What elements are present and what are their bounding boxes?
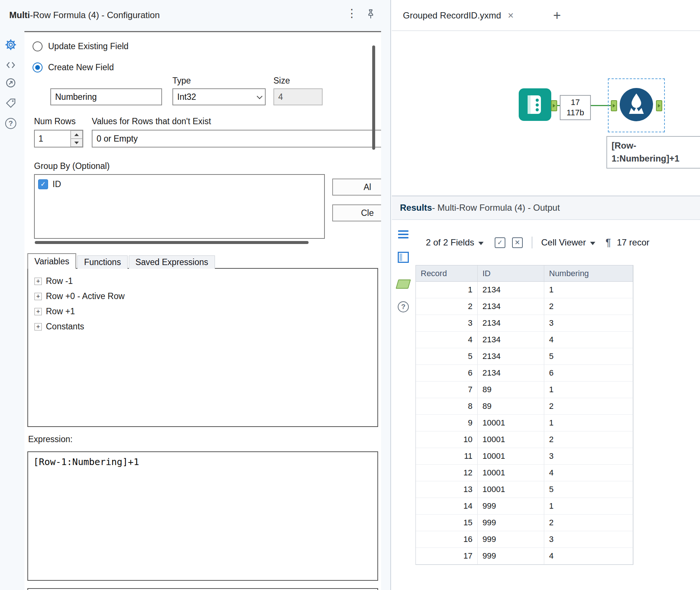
table-cell[interactable]: 2 — [544, 398, 633, 415]
table-row[interactable]: 321343 — [416, 315, 633, 332]
table-cell[interactable]: 2134 — [478, 315, 544, 332]
table-row[interactable]: 8892 — [416, 398, 633, 415]
table-cell[interactable]: 2 — [416, 298, 478, 315]
table-cell[interactable]: 2134 — [478, 298, 544, 315]
table-cell[interactable]: 2134 — [478, 348, 544, 365]
clear-data-manipulations-icon[interactable]: ✕ — [512, 237, 523, 248]
table-cell[interactable]: 2134 — [478, 365, 544, 382]
table-row[interactable]: 12100014 — [416, 465, 633, 481]
table-row[interactable]: 169993 — [416, 531, 633, 548]
column-header-id[interactable]: ID — [478, 265, 544, 282]
table-cell[interactable]: 999 — [478, 515, 544, 531]
tab-functions[interactable]: Functions — [77, 255, 128, 269]
expand-plus-icon[interactable]: + — [34, 293, 42, 300]
output-anchor-selector-icon[interactable] — [396, 277, 410, 291]
table-row[interactable]: 10100012 — [416, 431, 633, 448]
table-cell[interactable]: 2134 — [478, 282, 544, 298]
table-cell[interactable]: 10001 — [478, 448, 544, 465]
radio-circle[interactable] — [33, 41, 43, 51]
apply-data-manipulations-icon[interactable]: ✓ — [495, 237, 505, 248]
table-cell[interactable]: 4 — [544, 332, 633, 348]
stepper-up-button[interactable] — [71, 130, 83, 139]
table-cell[interactable]: 1 — [544, 282, 633, 298]
table-cell[interactable]: 10001 — [478, 431, 544, 448]
table-cell[interactable]: 999 — [478, 531, 544, 548]
tree-item[interactable]: +Row -1 — [34, 274, 377, 289]
table-cell[interactable]: 2 — [544, 431, 633, 448]
table-row[interactable]: 221342 — [416, 298, 633, 315]
table-cell[interactable]: 5 — [544, 348, 633, 365]
fields-dropdown[interactable]: 2 of 2 Fields — [426, 237, 484, 248]
table-cell[interactable]: 5 — [416, 348, 478, 365]
table-cell[interactable]: 2 — [544, 298, 633, 315]
table-cell[interactable]: 10001 — [478, 465, 544, 481]
table-cell[interactable]: 10001 — [478, 415, 544, 431]
num-rows-value[interactable]: 1 — [35, 130, 70, 147]
type-dropdown[interactable]: Int32 — [172, 88, 266, 105]
cell-viewer-dropdown[interactable]: Cell Viewer — [541, 237, 595, 248]
table-row[interactable]: 179994 — [416, 548, 633, 564]
tree-item[interactable]: +Constants — [34, 319, 377, 334]
table-row[interactable]: 9100011 — [416, 415, 633, 431]
num-rows-stepper[interactable]: 1 — [34, 130, 83, 148]
settings-gear-icon[interactable] — [4, 38, 18, 52]
workflow-tab[interactable]: Grouped RecordID.yxmd × — [396, 0, 520, 31]
table-cell[interactable]: 3 — [416, 315, 478, 332]
table-cell[interactable]: 999 — [478, 548, 544, 564]
vertical-scrollbar-thumb[interactable] — [372, 45, 375, 150]
table-row[interactable]: 121341 — [416, 282, 633, 298]
column-header-numbering[interactable]: Numbering — [544, 265, 633, 282]
table-cell[interactable]: 1 — [544, 382, 633, 398]
input-anchor-icon[interactable] — [611, 100, 617, 111]
radio-circle-checked[interactable] — [33, 62, 43, 72]
new-field-name-input[interactable] — [50, 88, 162, 105]
table-row[interactable]: 7891 — [416, 382, 633, 398]
tab-variables[interactable]: Variables — [27, 253, 76, 269]
tag-icon[interactable] — [4, 96, 18, 110]
table-cell[interactable]: 1 — [544, 415, 633, 431]
table-cell[interactable]: 1 — [544, 498, 633, 515]
all-button[interactable]: Al — [332, 179, 381, 196]
table-cell[interactable]: 13 — [416, 481, 478, 498]
table-cell[interactable]: 89 — [478, 382, 544, 398]
column-header-record[interactable]: Record — [416, 265, 478, 282]
overflow-menu-icon[interactable]: ⋮ — [346, 7, 357, 20]
tree-item[interactable]: +Row +1 — [34, 304, 377, 319]
table-cell[interactable]: 6 — [416, 365, 478, 382]
missing-values-dropdown[interactable]: 0 or Empty — [92, 130, 381, 148]
table-row[interactable]: 149991 — [416, 498, 633, 515]
table-cell[interactable]: 15 — [416, 515, 478, 531]
table-cell[interactable]: 999 — [478, 498, 544, 515]
layout-panel-icon[interactable] — [396, 250, 410, 264]
group-by-item[interactable]: ✓ID — [38, 177, 321, 191]
tab-saved-expressions[interactable]: Saved Expressions — [129, 255, 215, 269]
table-cell[interactable]: 4 — [416, 332, 478, 348]
metadata-list-icon[interactable] — [396, 227, 410, 241]
group-by-list[interactable]: ✓ID — [34, 174, 325, 239]
table-row[interactable]: 521345 — [416, 348, 633, 365]
input-data-tool[interactable] — [518, 88, 552, 123]
table-cell[interactable]: 2134 — [478, 332, 544, 348]
open-example-icon[interactable] — [4, 76, 18, 90]
expression-editor[interactable]: [Row-1:Numbering]+1 — [27, 451, 378, 581]
table-cell[interactable]: 7 — [416, 382, 478, 398]
radio-create-new-field[interactable]: Create New Field — [33, 61, 114, 73]
table-cell[interactable]: 3 — [544, 315, 633, 332]
table-cell[interactable]: 4 — [544, 465, 633, 481]
expand-plus-icon[interactable]: + — [34, 308, 42, 315]
table-cell[interactable]: 3 — [544, 448, 633, 465]
table-cell[interactable]: 14 — [416, 498, 478, 515]
table-row[interactable]: 621346 — [416, 365, 633, 382]
expand-plus-icon[interactable]: + — [34, 278, 42, 285]
tool-annotation[interactable]: [Row- 1:Numbering]+1 — [606, 136, 700, 169]
clear-button[interactable]: Cle — [332, 204, 381, 221]
help-icon[interactable]: ? — [4, 116, 18, 130]
close-icon[interactable]: × — [508, 11, 514, 21]
output-anchor-icon[interactable] — [656, 100, 662, 111]
table-cell[interactable]: 12 — [416, 465, 478, 481]
table-cell[interactable]: 3 — [544, 531, 633, 548]
table-cell[interactable]: 5 — [544, 481, 633, 498]
checkbox-checked-icon[interactable]: ✓ — [38, 179, 48, 189]
table-row[interactable]: 11100013 — [416, 448, 633, 465]
table-row[interactable]: 159992 — [416, 515, 633, 531]
